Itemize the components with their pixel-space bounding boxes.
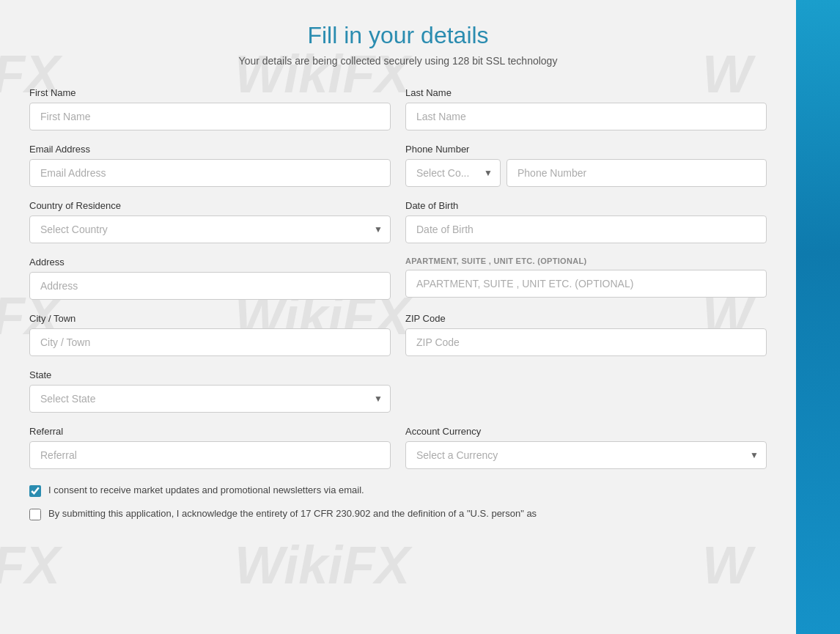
country-select-wrapper: Select Country ▼ bbox=[29, 215, 391, 243]
name-row: First Name Last Name bbox=[29, 87, 767, 130]
state-select[interactable]: Select State bbox=[30, 386, 390, 412]
phone-country-select-wrapper: Select Co... ▼ bbox=[405, 159, 501, 187]
first-name-input[interactable] bbox=[29, 103, 391, 130]
address-label: Address bbox=[29, 257, 391, 268]
zip-label: ZIP Code bbox=[405, 313, 767, 324]
state-row: State Select State ▼ bbox=[29, 369, 767, 413]
watermark-9: W bbox=[702, 535, 752, 595]
phone-label: Phone Number bbox=[405, 144, 767, 155]
acknowledge-label[interactable]: By submitting this application, I acknow… bbox=[48, 507, 537, 520]
last-name-group: Last Name bbox=[405, 87, 767, 130]
city-input[interactable] bbox=[29, 328, 391, 356]
phone-country-select[interactable]: Select Co... bbox=[406, 160, 500, 186]
city-zip-row: City / Town ZIP Code bbox=[29, 313, 767, 356]
checkbox-section: I consent to receive market updates and … bbox=[29, 484, 767, 520]
watermark-7: iFX bbox=[0, 535, 60, 595]
referral-label: Referral bbox=[29, 426, 391, 437]
state-select-wrapper: Select State ▼ bbox=[29, 385, 391, 413]
email-group: Email Address bbox=[29, 144, 391, 187]
apartment-input[interactable] bbox=[405, 270, 767, 298]
currency-select-wrapper: Select a Currency ▼ bbox=[405, 441, 767, 469]
country-select[interactable]: Select Country bbox=[30, 216, 390, 243]
referral-input[interactable] bbox=[29, 441, 391, 469]
consent-label[interactable]: I consent to receive market updates and … bbox=[48, 484, 364, 497]
currency-select[interactable]: Select a Currency bbox=[406, 442, 766, 468]
state-group: State Select State ▼ bbox=[29, 369, 391, 413]
page-subtitle: Your details are being collected securel… bbox=[29, 55, 767, 67]
email-input[interactable] bbox=[29, 159, 391, 187]
referral-group: Referral bbox=[29, 426, 391, 469]
state-row-empty bbox=[405, 369, 767, 413]
email-label: Email Address bbox=[29, 144, 391, 155]
currency-group: Account Currency Select a Currency ▼ bbox=[405, 426, 767, 469]
country-label: Country of Residence bbox=[29, 200, 391, 211]
form-container: First Name Last Name Email Address Phone… bbox=[29, 87, 767, 469]
currency-label: Account Currency bbox=[405, 426, 767, 437]
apartment-group: APARTMENT, SUITE , UNIT ETC. (OPTIONAL) bbox=[405, 257, 767, 300]
last-name-input[interactable] bbox=[405, 103, 767, 130]
zip-input[interactable] bbox=[405, 328, 767, 356]
last-name-label: Last Name bbox=[405, 87, 767, 98]
email-phone-row: Email Address Phone Number Select Co... … bbox=[29, 144, 767, 187]
consent-checkbox-row: I consent to receive market updates and … bbox=[29, 484, 767, 497]
phone-number-input[interactable] bbox=[506, 159, 767, 187]
right-bar bbox=[796, 0, 840, 634]
state-label: State bbox=[29, 369, 391, 380]
acknowledge-checkbox-row: By submitting this application, I acknow… bbox=[29, 507, 767, 520]
dob-input[interactable] bbox=[405, 215, 767, 243]
first-name-group: First Name bbox=[29, 87, 391, 130]
page-title: Fill in your details bbox=[29, 22, 767, 49]
phone-group: Phone Number Select Co... ▼ bbox=[405, 144, 767, 187]
address-input[interactable] bbox=[29, 272, 391, 300]
address-apt-row: Address APARTMENT, SUITE , UNIT ETC. (OP… bbox=[29, 257, 767, 300]
dob-group: Date of Birth bbox=[405, 200, 767, 243]
dob-label: Date of Birth bbox=[405, 200, 767, 211]
city-group: City / Town bbox=[29, 313, 391, 356]
phone-inputs: Select Co... ▼ bbox=[405, 159, 767, 187]
consent-checkbox[interactable] bbox=[29, 485, 41, 497]
apartment-label: APARTMENT, SUITE , UNIT ETC. (OPTIONAL) bbox=[405, 257, 767, 265]
acknowledge-checkbox[interactable] bbox=[29, 509, 41, 520]
watermark-8: WikiFX bbox=[235, 535, 410, 595]
address-group: Address bbox=[29, 257, 391, 300]
first-name-label: First Name bbox=[29, 87, 391, 98]
country-group: Country of Residence Select Country ▼ bbox=[29, 200, 391, 243]
city-label: City / Town bbox=[29, 313, 391, 324]
referral-currency-row: Referral Account Currency Select a Curre… bbox=[29, 426, 767, 469]
country-dob-row: Country of Residence Select Country ▼ Da… bbox=[29, 200, 767, 243]
zip-group: ZIP Code bbox=[405, 313, 767, 356]
